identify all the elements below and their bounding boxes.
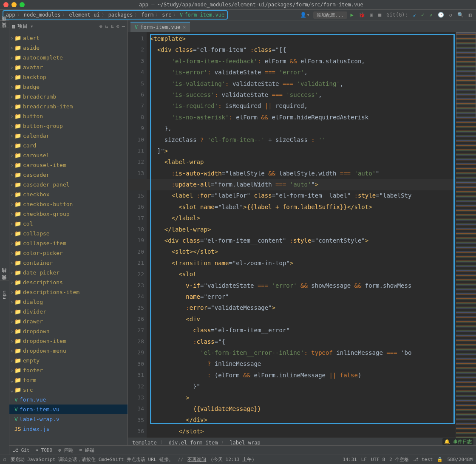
code-line[interactable]: <slot></slot> [150,246,456,257]
tree-item[interactable]: ›📁checkbox-group [9,209,128,219]
code-line[interactable]: <div class="el-form-item" :class="[{ [150,44,456,55]
git-branch[interactable]: ⎇ test [413,457,433,462]
tree-item[interactable]: ›📁carousel [9,150,128,160]
minimap[interactable] [456,32,476,438]
code-line[interactable]: 'is-no-asterisk': elForm && elForm.hideR… [150,112,456,123]
tree-item[interactable]: ›📁empty [9,356,128,365]
code-line[interactable]: : (elForm && elForm.inlineMessage || fal… [150,370,456,381]
tree-item[interactable]: ›📁descriptions [9,277,128,287]
tree-item[interactable]: ›📁color-picker [9,248,128,258]
close-window-icon[interactable] [3,2,8,7]
hide-icon[interactable]: — [122,23,125,29]
code-line[interactable]: 'is-required': isRequired || required, [150,100,456,111]
user-icon[interactable]: 👤▾ [298,12,311,18]
favorites-toolwindow-tab[interactable]: 收藏夹 [0,280,9,287]
tree-item[interactable]: ›📁checkbox-button [9,199,128,209]
code-line[interactable]: ]"> [150,145,456,156]
tree-item[interactable]: ›📁divider [9,307,128,317]
code-line[interactable]: 'is-validating': validateState === 'vali… [150,78,456,89]
project-toolwindow-tab[interactable]: 项目 [0,20,9,28]
tree-item[interactable]: ›📁carousel-item [9,160,128,170]
code-line[interactable]: sizeClass ? 'el-form-item--' + sizeClass… [150,134,456,145]
tree-item[interactable]: ›📁checkbox [9,190,128,199]
tree-item[interactable]: ›📁cascader-panel [9,180,128,190]
commit-toolwindow-tab[interactable]: 提交 [0,28,9,35]
problems-tool-tab[interactable]: ⊘ 问题 [58,447,73,453]
tree-item[interactable]: ›📁breadcrumb-item [9,102,128,111]
tree-item[interactable]: ›📁card [9,141,128,150]
indent[interactable]: 2 个空格 [389,456,409,463]
code-line[interactable]: :update-all="form.labelWidth === 'auto'"… [150,179,456,190]
code-line[interactable]: 'is-success': validateState === 'success… [150,89,456,100]
code-line[interactable]: </label> [150,212,456,224]
code-line[interactable]: </div> [150,414,456,425]
code-line[interactable]: :error="validateMessage"> [150,302,456,313]
npm-toolwindow-tab[interactable]: npm [0,287,8,303]
code-line[interactable]: <label :for="labelFor" class="el-form-it… [150,190,456,201]
run-icon[interactable]: ▶ [349,12,355,18]
editor-tab[interactable]: V form-item.vue × [130,22,190,32]
line-ending[interactable]: LF [361,457,367,462]
code-line[interactable]: }, [150,123,456,134]
code-line[interactable]: > [150,392,456,403]
tree-item[interactable]: ›📁container [9,258,128,268]
tree-item[interactable]: ›📁col [9,219,128,229]
code-line[interactable]: <template> [150,33,456,44]
tree-item[interactable]: ›📁aside [9,43,128,53]
tree-item[interactable]: ›📁backtop [9,72,128,82]
tree-item[interactable]: ›📁date-picker [9,268,128,277]
collapse-icon[interactable]: ⇆ [105,23,108,29]
tree-item[interactable]: ›📁button-group [9,121,128,131]
tree-item[interactable]: ›📁footer [9,365,128,375]
status-icon[interactable]: ☐ [3,457,6,462]
crumb-seg[interactable]: template [132,440,157,446]
event-log-button[interactable]: 🔔 事件日志 [442,438,473,445]
git-revert-icon[interactable]: ↺ [448,12,454,18]
code-line[interactable]: <label-wrap [150,156,456,167]
tree-item[interactable]: ›📁autocomplete [9,53,128,62]
code-line[interactable]: ? inlineMessage [150,358,456,369]
target-icon[interactable]: ⊕ [99,23,102,29]
stop-icon[interactable]: ■ [377,12,383,18]
code-line[interactable]: <slot [150,269,456,280]
coverage-icon[interactable]: ▣ [368,12,375,18]
tree-item[interactable]: ›📁drawer [9,317,128,326]
crumb-seg[interactable]: div.el-form-item [169,440,218,446]
tree-item[interactable]: ⌄📁src [9,385,128,395]
code-line[interactable]: class="el-form-item__error" [150,325,456,336]
tree-item[interactable]: JSindex.js [9,424,128,434]
code-line[interactable]: <transition name="el-zoom-in-top"> [150,257,456,269]
git-history-icon[interactable]: 🕑 [436,12,446,18]
git-pull-icon[interactable]: ↙ [411,12,418,18]
code-line[interactable]: 'el-form-item__error--inline': typeof in… [150,347,456,358]
encoding[interactable]: UTF-8 [371,457,385,462]
tree-item[interactable]: ⌄📁form [9,375,128,385]
tree-item[interactable]: ›📁alert [9,33,128,43]
git-tool-tab[interactable]: ⎇ Git [13,447,30,453]
code-line[interactable]: :class="{ [150,336,456,347]
git-menu[interactable]: Git(G): [385,12,410,18]
caret-position[interactable]: 14:31 [343,457,357,462]
tree-item[interactable]: ›📁collapse-item [9,238,128,248]
tree-item[interactable]: ›📁breadcrumb [9,92,128,102]
gear-icon[interactable]: ⚙ [116,23,119,29]
code-line[interactable]: v-if="validateState === 'error' && showM… [150,280,456,291]
code-line[interactable]: </label-wrap> [150,224,456,235]
code-line[interactable]: 'is-error': validateState === 'error', [150,67,456,78]
lock-icon[interactable]: 🔒 [437,457,443,462]
code-line[interactable]: <div [150,314,456,325]
tree-item[interactable]: Vlabel-wrap.v [9,414,128,424]
debug-icon[interactable]: 🐞 [357,12,367,18]
tree-item[interactable]: Vform.vue [9,395,128,405]
close-tab-icon[interactable]: × [183,24,186,30]
code-line[interactable]: <div class="el-form-item__content" :styl… [150,235,456,246]
git-commit-icon[interactable]: ✓ [419,12,426,18]
code-lines[interactable]: <template> <div class="el-form-item" :cl… [147,32,456,438]
status-dismiss[interactable]: 不再询问 [187,456,206,463]
zoom-window-icon[interactable] [20,2,25,7]
tree-item[interactable]: ›📁button [9,111,128,121]
code-line[interactable]: <slot name="label">{{label + form.labelS… [150,201,456,212]
search-icon[interactable]: 🔍 [456,12,465,18]
code-line[interactable]: 'el-form-item--feedback': elForm && elFo… [150,56,456,67]
tree-item[interactable]: ›📁descriptions-item [9,287,128,297]
